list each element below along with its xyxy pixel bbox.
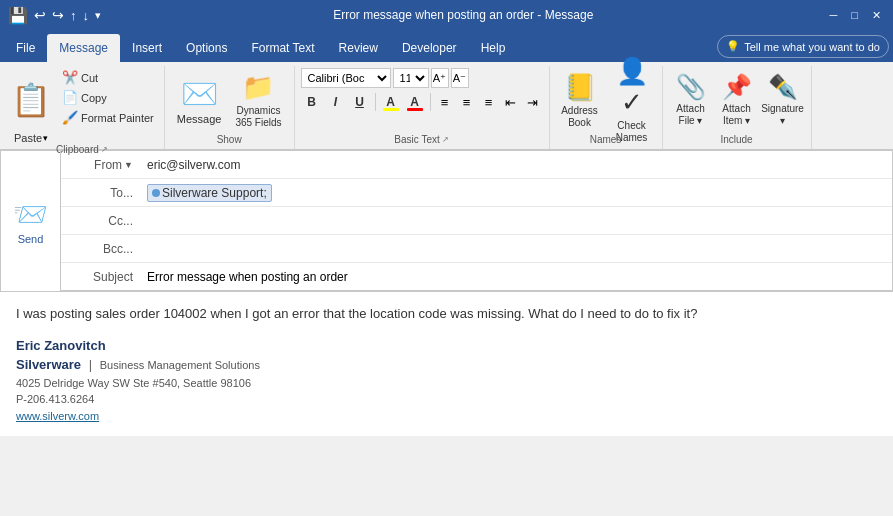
sig-link[interactable]: www.silverw.com xyxy=(16,408,877,425)
lightbulb-icon: 💡 xyxy=(726,40,740,53)
italic-button[interactable]: I xyxy=(325,91,347,113)
indent-decrease-button[interactable]: ⇤ xyxy=(501,92,521,112)
dynamics-label: Dynamics365 Fields xyxy=(235,105,281,129)
paste-button[interactable]: 📋 Paste ▾ xyxy=(6,68,56,144)
highlight-button[interactable]: A xyxy=(380,91,402,113)
bcc-row: Bcc... xyxy=(61,235,892,263)
tab-review[interactable]: Review xyxy=(327,34,390,62)
attach-item-button[interactable]: 📌 AttachItem ▾ xyxy=(715,68,759,132)
tab-developer[interactable]: Developer xyxy=(390,34,469,62)
dynamics-icon: 📁 xyxy=(242,72,274,103)
names-group-content: 📒 AddressBook 👤✓ CheckNames xyxy=(556,68,656,134)
attach-item-label: AttachItem ▾ xyxy=(722,103,750,127)
undo-icon[interactable]: ↩ xyxy=(34,7,46,23)
maximize-button[interactable]: □ xyxy=(847,7,862,23)
minimize-button[interactable]: ─ xyxy=(826,7,842,23)
subject-label: Subject xyxy=(61,266,141,288)
basic-text-expand-icon[interactable]: ↗ xyxy=(442,135,449,144)
font-size-select[interactable]: 11 xyxy=(393,68,429,88)
from-dropdown-arrow[interactable]: ▼ xyxy=(124,160,133,170)
format-sep1 xyxy=(375,93,376,111)
font-color-button[interactable]: A xyxy=(404,91,426,113)
basic-text-group: Calibri (Boc 11 A⁺ A⁻ B I U A A xyxy=(295,66,550,149)
paste-label: Paste xyxy=(14,132,42,144)
close-button[interactable]: ✕ xyxy=(868,7,885,24)
send-button[interactable]: 📨 Send xyxy=(1,151,61,291)
send-icon: 📨 xyxy=(13,198,48,231)
attach-item-icon: 📌 xyxy=(722,73,752,101)
address-book-button[interactable]: 📒 AddressBook xyxy=(556,68,604,132)
align-left-button[interactable]: ≡ xyxy=(435,92,455,112)
move-up-icon[interactable]: ↑ xyxy=(70,8,77,23)
email-fields: From ▼ eric@silverw.com To... Silverware… xyxy=(61,151,892,291)
paste-dropdown-arrow[interactable]: ▾ xyxy=(43,133,48,143)
from-label-text: From xyxy=(94,158,122,172)
format-painter-label: Format Painter xyxy=(81,112,154,124)
font-size-increase-button[interactable]: A⁺ xyxy=(431,68,449,88)
align-right-button[interactable]: ≡ xyxy=(479,92,499,112)
dynamics-button[interactable]: 📁 Dynamics365 Fields xyxy=(229,68,287,132)
subject-input[interactable] xyxy=(141,266,892,288)
basic-text-label-text: Basic Text xyxy=(394,134,439,145)
move-down-icon[interactable]: ↓ xyxy=(83,8,90,23)
format-row: B I U A A ≡ ≡ ≡ ⇤ ⇥ xyxy=(301,91,543,113)
message-icon: ✉️ xyxy=(181,76,218,111)
bcc-input[interactable] xyxy=(147,242,886,256)
tab-help[interactable]: Help xyxy=(469,34,518,62)
tab-file[interactable]: File xyxy=(4,34,47,62)
cc-value[interactable] xyxy=(141,210,892,232)
font-size-decrease-button[interactable]: A⁻ xyxy=(451,68,469,88)
redo-icon[interactable]: ↪ xyxy=(52,7,64,23)
subject-label-text: Subject xyxy=(93,270,133,284)
attach-file-button[interactable]: 📎 AttachFile ▾ xyxy=(669,68,713,132)
font-family-select[interactable]: Calibri (Boc xyxy=(301,68,391,88)
body-text: I was posting sales order 104002 when I … xyxy=(16,304,877,324)
to-chip: Silverware Support; xyxy=(147,184,272,202)
to-chip-text: Silverware Support; xyxy=(162,186,267,200)
bcc-label[interactable]: Bcc... xyxy=(61,238,141,260)
check-names-button[interactable]: 👤✓ CheckNames xyxy=(608,68,656,132)
align-center-button[interactable]: ≡ xyxy=(457,92,477,112)
cut-icon: ✂️ xyxy=(62,70,78,85)
cc-input[interactable] xyxy=(147,214,886,228)
sig-address: 4025 Delridge Way SW Ste #540, Seattle 9… xyxy=(16,375,877,392)
to-value[interactable]: Silverware Support; xyxy=(141,180,892,206)
to-chip-dot xyxy=(152,189,160,197)
basic-text-group-label: Basic Text ↗ xyxy=(301,134,543,147)
tab-insert[interactable]: Insert xyxy=(120,34,174,62)
cc-label-text: Cc... xyxy=(108,214,133,228)
font-row: Calibri (Boc 11 A⁺ A⁻ xyxy=(301,68,469,88)
attach-file-icon: 📎 xyxy=(676,73,706,101)
signature-button[interactable]: ✒️ Signature▾ xyxy=(761,68,805,132)
attach-file-label: AttachFile ▾ xyxy=(676,103,704,127)
window-title: Error message when posting an order - Me… xyxy=(101,8,826,22)
copy-label: Copy xyxy=(81,92,107,104)
message-button[interactable]: ✉️ Message xyxy=(171,68,228,132)
from-label: From ▼ xyxy=(61,154,141,176)
indent-increase-button[interactable]: ⇥ xyxy=(523,92,543,112)
from-email: eric@silverw.com xyxy=(147,158,241,172)
copy-button[interactable]: 📄 Copy xyxy=(58,88,158,107)
message-label: Message xyxy=(177,113,222,125)
tab-options[interactable]: Options xyxy=(174,34,239,62)
tab-format-text[interactable]: Format Text xyxy=(239,34,326,62)
to-label[interactable]: To... xyxy=(61,182,141,204)
format-painter-button[interactable]: 🖌️ Format Painter xyxy=(58,108,158,127)
bcc-value[interactable] xyxy=(141,238,892,260)
underline-button[interactable]: U xyxy=(349,91,371,113)
bold-button[interactable]: B xyxy=(301,91,323,113)
tell-me-input[interactable]: 💡 Tell me what you want to do xyxy=(717,35,889,58)
clipboard-small-group: ✂️ Cut 📄 Copy 🖌️ Format Painter xyxy=(58,68,158,127)
sig-company-line: Silverware | Business Management Solutio… xyxy=(16,355,877,375)
email-area: 📨 Send From ▼ eric@silverw.com To... Sil… xyxy=(0,150,893,292)
tab-message[interactable]: Message xyxy=(47,34,120,62)
email-body[interactable]: I was posting sales order 104002 when I … xyxy=(0,292,893,436)
sig-phone: P-206.413.6264 xyxy=(16,391,877,408)
save-icon[interactable]: 💾 xyxy=(8,6,28,25)
window-controls: ─ □ ✕ xyxy=(826,7,885,24)
names-label-text: Names xyxy=(590,134,622,145)
cc-label[interactable]: Cc... xyxy=(61,210,141,232)
title-bar-left: 💾 ↩ ↪ ↑ ↓ ▾ xyxy=(8,6,101,25)
cut-button[interactable]: ✂️ Cut xyxy=(58,68,158,87)
show-group: ✉️ Message 📁 Dynamics365 Fields Show xyxy=(165,66,295,149)
